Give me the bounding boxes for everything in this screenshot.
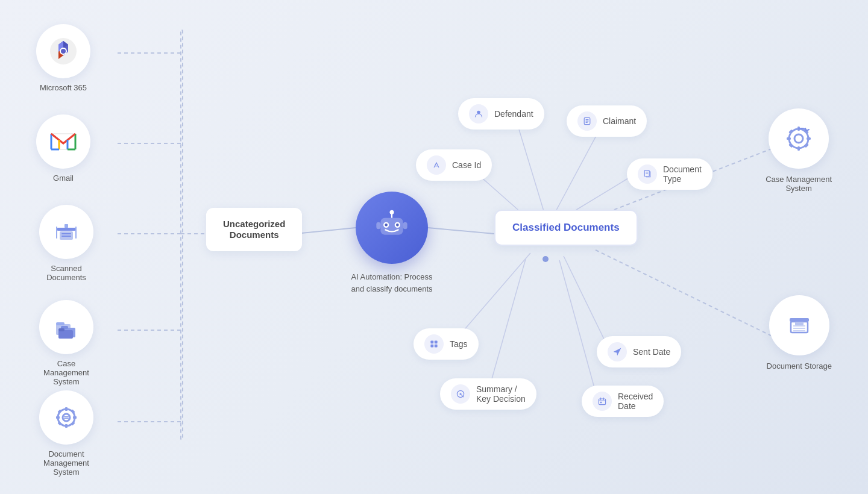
case-id-icon xyxy=(427,155,446,175)
svg-line-16 xyxy=(488,259,526,392)
dot-bottom xyxy=(542,256,549,262)
case-mgmt-icon-circle xyxy=(39,300,93,354)
doc-storage-output-label: Document Storage xyxy=(767,361,832,370)
connection-lines xyxy=(0,0,868,494)
doc-mgmt-icon-circle xyxy=(39,390,93,445)
svg-line-10 xyxy=(596,250,775,337)
svg-rect-64 xyxy=(403,222,407,230)
case-id-label: Case Id xyxy=(452,160,481,170)
classified-documents-box: Classified Documents xyxy=(494,210,638,246)
svg-rect-36 xyxy=(61,236,71,237)
svg-rect-37 xyxy=(64,224,68,228)
svg-rect-0 xyxy=(181,30,183,440)
svg-rect-63 xyxy=(376,222,380,230)
svg-rect-43 xyxy=(58,328,64,331)
uncategorized-documents-box: Uncategorized Documents xyxy=(206,208,302,251)
svg-line-7 xyxy=(295,228,356,234)
received-date-label: ReceivedDate xyxy=(618,392,653,411)
sent-date-icon xyxy=(608,342,627,361)
source-doc-mgmt: Document ManagementSystem xyxy=(36,390,96,477)
svg-line-17 xyxy=(564,256,608,346)
defendant-pill: Defendant xyxy=(458,98,544,130)
uncategorized-label: Uncategorized Documents xyxy=(223,219,285,240)
svg-rect-35 xyxy=(61,233,71,234)
case-mgmt-output-label: Case ManagementSystem xyxy=(766,175,832,193)
scanned-label: Scanned Documents xyxy=(36,264,96,282)
svg-line-12 xyxy=(553,124,603,216)
svg-rect-42 xyxy=(58,330,73,339)
svg-rect-74 xyxy=(430,340,433,343)
svg-rect-47 xyxy=(65,424,68,428)
svg-rect-76 xyxy=(430,345,433,348)
svg-rect-32 xyxy=(56,227,57,239)
claimant-pill: Claimant xyxy=(567,105,647,137)
case-mgmt-output-circle xyxy=(769,108,829,169)
gmail-icon-circle xyxy=(36,114,90,169)
doc-type-pill: DocumentType xyxy=(627,158,712,190)
svg-point-79 xyxy=(459,393,461,395)
svg-rect-91 xyxy=(787,137,791,140)
svg-rect-48 xyxy=(56,416,60,419)
source-case-mgmt: Case ManagementSystem xyxy=(36,300,96,386)
svg-line-8 xyxy=(428,228,494,234)
summary-label: Summary /Key Decision xyxy=(476,384,526,404)
svg-point-27 xyxy=(61,49,66,54)
summary-icon xyxy=(451,384,470,404)
source-scanned: Scanned Documents xyxy=(36,205,96,282)
svg-rect-75 xyxy=(435,340,438,343)
svg-point-60 xyxy=(396,224,399,227)
source-gmail: Gmail xyxy=(36,114,90,183)
svg-rect-100 xyxy=(795,322,804,325)
ms365-label: Microsoft 365 xyxy=(40,83,87,92)
output-case-mgmt: Case ManagementSystem xyxy=(766,108,832,193)
tags-pill: Tags xyxy=(414,328,479,360)
doc-storage-output-circle xyxy=(769,295,829,355)
main-diagram: Microsoft 365 Gmail xyxy=(0,0,868,494)
svg-rect-39 xyxy=(56,322,64,325)
tags-icon xyxy=(424,334,444,354)
case-mgmt-left-label: Case ManagementSystem xyxy=(36,359,96,386)
ai-label-text: AI Automation: Process and classify docu… xyxy=(351,272,432,293)
svg-rect-54 xyxy=(64,416,69,417)
sent-date-label: Sent Date xyxy=(633,347,670,357)
gmail-label: Gmail xyxy=(53,174,74,183)
sent-date-pill: Sent Date xyxy=(597,336,681,367)
tags-label: Tags xyxy=(450,339,468,349)
svg-rect-46 xyxy=(65,407,68,411)
output-doc-storage: Document Storage xyxy=(767,295,832,370)
svg-line-18 xyxy=(559,260,597,396)
defendant-icon xyxy=(469,104,488,124)
svg-rect-92 xyxy=(807,137,811,140)
svg-rect-81 xyxy=(599,399,605,405)
svg-rect-90 xyxy=(797,146,800,151)
ai-automation-circle xyxy=(356,192,428,264)
svg-rect-55 xyxy=(64,418,69,419)
claimant-label: Claimant xyxy=(603,116,636,126)
svg-rect-49 xyxy=(73,416,77,419)
ai-automation-label: AI Automation: Process and classify docu… xyxy=(344,271,440,295)
doc-mgmt-label: Document ManagementSystem xyxy=(36,449,96,477)
defendant-label: Defendant xyxy=(494,109,533,119)
svg-rect-85 xyxy=(600,402,602,403)
svg-rect-31 xyxy=(57,228,75,231)
claimant-icon xyxy=(577,111,597,131)
svg-rect-33 xyxy=(75,227,77,239)
source-ms365: Microsoft 365 xyxy=(36,24,90,92)
svg-rect-77 xyxy=(435,345,438,348)
svg-line-11 xyxy=(515,117,546,217)
svg-point-45 xyxy=(63,414,70,421)
case-id-pill: Case Id xyxy=(416,149,492,181)
svg-point-62 xyxy=(390,210,394,214)
summary-pill: Summary /Key Decision xyxy=(440,378,536,410)
scanned-icon-circle xyxy=(39,205,93,259)
svg-point-59 xyxy=(385,224,388,227)
received-date-icon xyxy=(593,392,612,411)
doc-type-label: DocumentType xyxy=(663,164,702,184)
svg-line-15 xyxy=(455,253,530,340)
doc-type-icon xyxy=(638,164,657,184)
ms365-icon-circle xyxy=(36,24,90,78)
received-date-pill: ReceivedDate xyxy=(582,386,664,417)
classified-label: Classified Documents xyxy=(512,222,620,233)
